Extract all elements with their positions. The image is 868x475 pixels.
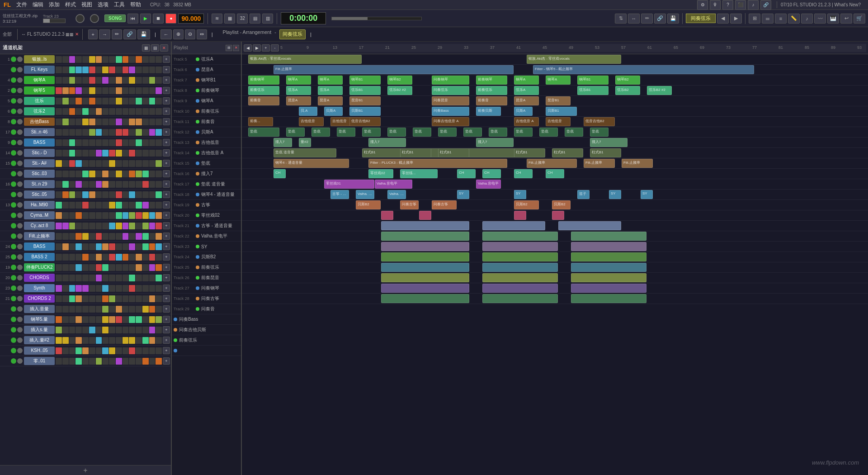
playlist-clip[interactable] (571, 232, 646, 241)
pad[interactable] (89, 316, 95, 323)
pad[interactable] (69, 56, 75, 63)
playlist-track-row[interactable]: 前奏音琵音A琵音A琵音B1问奏琵音前奏音琵音A琵音B1 (242, 96, 868, 106)
playlist-clip[interactable] (514, 211, 526, 220)
pad[interactable] (109, 202, 115, 209)
pad[interactable] (102, 233, 108, 240)
pad[interactable] (129, 233, 135, 240)
channel-add-btn[interactable]: + (163, 97, 170, 104)
track-label-row[interactable]: 问奏Bass (172, 314, 241, 325)
pad[interactable] (82, 358, 89, 365)
channel-add-btn[interactable]: + (163, 118, 170, 125)
playlist-clip[interactable]: 贝斯A (514, 107, 533, 116)
pad[interactable] (109, 316, 115, 323)
pad[interactable] (82, 66, 89, 73)
pad[interactable] (89, 254, 95, 261)
channel-active-btn[interactable] (11, 265, 16, 270)
playlist-clip[interactable]: 量#2 (299, 138, 311, 147)
pad[interactable] (56, 306, 62, 313)
track-label-row[interactable]: Track 16 撞入7 (172, 169, 241, 179)
pad[interactable] (102, 275, 108, 281)
channel-active-btn[interactable] (11, 161, 16, 166)
ruler-icon[interactable]: 📏 (788, 14, 800, 24)
channel-row[interactable]: 零..01 + (0, 356, 171, 366)
pad[interactable] (62, 181, 69, 188)
pad[interactable] (149, 119, 156, 125)
playlist-track-row[interactable]: 垫底 道音量柱式B1柱式B1柱式B1柱式B1柱式B1柱式B1 (242, 148, 868, 158)
playlist-clip[interactable]: 贝斯B2 (356, 200, 381, 209)
playlist-clip[interactable]: Valha.音电平 (476, 180, 501, 189)
pad[interactable] (102, 243, 108, 250)
channel-name[interactable]: Synth (24, 284, 55, 292)
pad[interactable] (142, 285, 149, 292)
channel-active-btn[interactable] (11, 358, 16, 364)
pad[interactable] (129, 119, 135, 125)
pad[interactable] (69, 347, 75, 354)
pad[interactable] (56, 223, 62, 229)
playlist-clip[interactable]: 前奏弦乐 (476, 86, 507, 95)
pad[interactable] (116, 337, 122, 344)
pad[interactable] (75, 327, 82, 333)
playlist-clip[interactable]: 前奏钢琴 (248, 76, 279, 85)
pad[interactable] (142, 264, 149, 271)
track-label-row[interactable]: Track 12 贝斯A (172, 127, 241, 138)
channel-name[interactable]: KSH..05 (24, 347, 55, 355)
pad[interactable] (82, 181, 89, 188)
pad[interactable] (142, 243, 149, 250)
playlist-clip[interactable]: Valha. 音电平 (356, 190, 374, 199)
pad[interactable] (142, 150, 149, 157)
pad[interactable] (123, 306, 129, 313)
pad[interactable] (102, 347, 108, 354)
playlist-clip[interactable]: 垫底 (514, 128, 533, 137)
playlist-track-row[interactable]: 钢琴4 - 通道音量Filter - PLUCK3 - 截止频率Filt.止频率… (242, 158, 868, 169)
channel-mute-btn[interactable] (17, 77, 23, 83)
pad[interactable] (149, 160, 156, 167)
pad[interactable] (96, 56, 102, 63)
channel-active-btn[interactable] (11, 337, 16, 343)
channel-row[interactable]: 6 弦乐2 + (0, 106, 171, 117)
pad[interactable] (96, 98, 102, 104)
playlist-clip[interactable]: 前奏... (248, 117, 273, 126)
channel-mute-btn[interactable] (17, 275, 23, 280)
channel-row[interactable]: Stic..05 + (0, 190, 171, 200)
pad[interactable] (149, 316, 156, 323)
playlist-clip[interactable] (482, 263, 558, 272)
channel-active-btn[interactable] (11, 67, 16, 72)
playlist-clip[interactable] (381, 252, 469, 261)
tool-save[interactable]: 💾 (667, 14, 679, 24)
playlist-clip[interactable]: Filt.止频率 (274, 65, 514, 74)
tool-left[interactable]: ◀ (717, 14, 729, 24)
pad[interactable] (156, 223, 162, 229)
pad[interactable] (82, 77, 89, 84)
channel-active-btn[interactable] (11, 129, 16, 135)
pad[interactable] (96, 285, 102, 292)
pad[interactable] (82, 98, 89, 104)
pad[interactable] (82, 150, 89, 157)
pad[interactable] (109, 150, 115, 157)
pad[interactable] (109, 306, 115, 313)
playlist-clip[interactable]: 钢琴B1 (349, 76, 381, 85)
channel-add-btn[interactable]: + (163, 337, 170, 344)
pad[interactable] (116, 150, 122, 157)
pad[interactable] (69, 171, 75, 177)
pad[interactable] (149, 150, 156, 157)
pad[interactable] (75, 243, 82, 250)
pad[interactable] (123, 254, 129, 261)
track-label-row[interactable]: Track 29 问奏音 (172, 304, 241, 314)
channel-row[interactable]: 13 Ha..M90 + (0, 200, 171, 210)
channel-add-btn[interactable]: + (163, 222, 170, 229)
playlist-clip[interactable]: 垫底 (413, 128, 431, 137)
playlist-clip[interactable]: 撞入7 (590, 138, 627, 147)
pad[interactable] (69, 66, 75, 73)
playlist-clip[interactable]: 问奏弦乐 (432, 86, 469, 95)
menu-edit[interactable]: 编辑 (33, 1, 43, 9)
playlist-clip[interactable]: 前奏钢琴 (476, 76, 507, 85)
pad[interactable] (62, 264, 69, 271)
pad[interactable] (69, 108, 75, 115)
channel-mute-btn[interactable] (17, 98, 23, 104)
pad[interactable] (142, 56, 149, 63)
playlist-clip[interactable] (571, 294, 646, 303)
channel-row[interactable]: 25 BASS 2 + (0, 252, 171, 262)
pad[interactable] (69, 243, 75, 250)
pad[interactable] (89, 337, 95, 344)
pad[interactable] (123, 66, 129, 73)
